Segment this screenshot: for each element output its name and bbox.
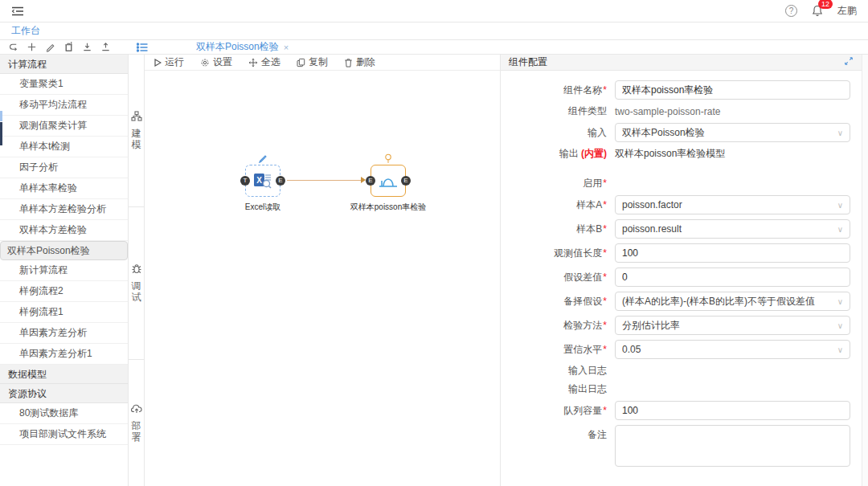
field-label: 假设差值* — [512, 271, 607, 284]
sidebar-item[interactable]: 单因素方差分析1 — [0, 344, 128, 365]
sidebar-item[interactable]: 单样本率检验 — [0, 178, 128, 199]
field-label: 观测值长度* — [512, 247, 607, 260]
sidebar-scroll-track — [0, 111, 2, 121]
sidebar-item-selected[interactable]: 双样本Poisson检验 — [0, 241, 128, 260]
field-label: 输入日志 — [512, 364, 607, 378]
edit-icon[interactable] — [45, 42, 55, 52]
port-in[interactable]: E — [366, 176, 375, 186]
node-label: 双样本poisson率检验 — [340, 202, 436, 213]
user-name[interactable]: 左鹏 — [837, 4, 857, 18]
sidebar-item[interactable]: 双样本方差检验 — [0, 220, 128, 241]
node-label: Excel读取 — [215, 202, 311, 213]
flow-list-icon[interactable] — [137, 43, 148, 52]
export-icon[interactable] — [100, 42, 111, 52]
sidebar-item[interactable]: 样例流程2 — [0, 281, 128, 302]
menu-fold-icon[interactable] — [11, 6, 24, 17]
field-label: 样本B* — [512, 223, 607, 236]
flow-file-toolbar — [0, 42, 130, 52]
port-out[interactable]: E — [276, 176, 285, 186]
field-label: 输入 — [512, 126, 607, 140]
sidebar-section-flows[interactable]: 计算流程 — [0, 55, 128, 74]
field-label: 备注 — [512, 428, 607, 442]
sidebar-item[interactable]: 新计算流程 — [0, 260, 128, 281]
mode-debug[interactable]: 调试 — [129, 207, 144, 360]
port-in[interactable]: T — [240, 176, 250, 186]
field-label: 输出 (内置) — [512, 147, 607, 161]
confidence-level-select[interactable]: 0.05 ∨ — [615, 340, 850, 359]
field-label: 输出日志 — [512, 382, 607, 396]
bug-icon — [131, 263, 142, 276]
component-config-panel: 组件配置 组件名称* 组件类型 two-sample-poisson-rate … — [500, 55, 862, 486]
distribution-icon — [378, 171, 399, 191]
alternative-hypothesis-select[interactable]: (样本A的比率)-(样本B的比率)不等于假设差值 ∨ — [615, 292, 850, 311]
sample-a-select[interactable]: poisson.factor ∨ — [615, 195, 850, 214]
sidebar-section-resources[interactable]: 资源协议 — [0, 384, 128, 403]
mode-modeling[interactable]: 建模 — [129, 55, 144, 207]
notifications-bell-icon[interactable]: 12 — [812, 5, 823, 17]
observation-length-input[interactable] — [615, 243, 850, 263]
sidebar-item[interactable]: 项目部测试文件系统 — [0, 424, 128, 445]
mode-deploy-label: 部署 — [131, 420, 142, 443]
flow-tab-active[interactable]: 双样本Poisson检验 × — [190, 40, 295, 54]
svg-text:X: X — [256, 175, 262, 184]
sidebar-item[interactable]: 单因素方差分析 — [0, 323, 128, 344]
chevron-down-icon: ∨ — [837, 297, 843, 306]
bulb-badge-icon[interactable] — [384, 153, 393, 166]
input-flow-select[interactable]: 双样本Poisson检验 ∨ — [615, 123, 850, 142]
sidebar-item[interactable]: 移动平均法流程 — [0, 95, 128, 116]
field-label: 组件类型 — [512, 104, 607, 118]
mode-deploy[interactable]: 部署 — [129, 360, 144, 486]
delete-file-icon[interactable] — [63, 42, 74, 52]
sidebar-item[interactable]: 观测值聚类计算 — [0, 116, 128, 137]
sidebar-item[interactable]: 样例流程1 — [0, 302, 128, 323]
chevron-down-icon: ∨ — [837, 345, 843, 354]
import-icon[interactable] — [82, 42, 92, 52]
node-poisson-test[interactable]: E E 双样本poisson率检验 — [371, 165, 406, 197]
sidebar-item[interactable]: 单样本t检测 — [0, 137, 128, 157]
select-all-button[interactable]: 全选 — [248, 55, 280, 69]
sidebar-scroll-thumb[interactable] — [0, 122, 2, 145]
edit-badge-icon[interactable] — [258, 153, 268, 165]
workspace-tab[interactable]: 工作台 — [11, 24, 40, 38]
copy-button[interactable]: 复制 — [297, 55, 328, 69]
sidebar-item[interactable]: 因子分析 — [0, 157, 128, 178]
node-excel-reader[interactable]: X T E Excel读取 — [245, 165, 280, 197]
close-icon[interactable]: × — [284, 43, 289, 52]
window-scrollbar[interactable] — [862, 55, 868, 486]
undo-icon[interactable] — [8, 42, 18, 52]
component-name-input[interactable] — [615, 80, 850, 100]
flow-canvas-area: 运行 设置 全选 复制 删除 — [145, 55, 500, 486]
queue-capacity-input[interactable] — [615, 401, 850, 420]
field-label: 置信水平* — [512, 343, 607, 357]
add-icon[interactable] — [27, 42, 37, 52]
port-out[interactable]: E — [401, 176, 411, 186]
flow-tab-bar: 双样本Poisson检验 × — [0, 40, 868, 55]
run-button[interactable]: 运行 — [154, 55, 184, 69]
component-type-value: two-sample-poisson-rate — [615, 106, 850, 117]
output-model-value: 双样本poisson率检验模型 — [615, 147, 850, 161]
delete-button[interactable]: 删除 — [344, 55, 375, 69]
mode-debug-label: 调试 — [131, 280, 142, 303]
test-method-select[interactable]: 分别估计比率 ∨ — [615, 316, 850, 335]
notification-badge: 12 — [818, 0, 833, 9]
sidebar-item[interactable]: 单样本方差检验分析 — [0, 199, 128, 220]
sidebar: 计算流程 变量聚类1 移动平均法流程 观测值聚类计算 单样本t检测 因子分析 单… — [0, 55, 129, 486]
expand-icon[interactable] — [844, 56, 854, 68]
field-label: 组件名称* — [512, 84, 607, 97]
help-icon[interactable]: ? — [785, 5, 797, 17]
field-label: 队列容量* — [512, 404, 607, 418]
settings-button[interactable]: 设置 — [200, 55, 232, 69]
copy-icon — [297, 58, 305, 67]
sidebar-section-data-models[interactable]: 数据模型 — [0, 365, 128, 384]
cloud-upload-icon — [131, 403, 142, 416]
excel-icon: X — [253, 171, 272, 191]
remarks-textarea[interactable] — [615, 425, 850, 467]
canvas-toolbar: 运行 设置 全选 复制 删除 — [145, 55, 500, 71]
sample-b-select[interactable]: poisson.result ∨ — [615, 219, 850, 239]
sidebar-item[interactable]: 80测试数据库 — [0, 403, 128, 424]
hypothesized-difference-input[interactable] — [615, 268, 850, 287]
flow-canvas[interactable]: X T E Excel读取 E E 双样本poisson率检验 — [145, 71, 500, 486]
chevron-down-icon: ∨ — [837, 321, 843, 330]
flow-tab-label: 双样本Poisson检验 — [196, 40, 279, 54]
sidebar-item[interactable]: 变量聚类1 — [0, 74, 128, 95]
